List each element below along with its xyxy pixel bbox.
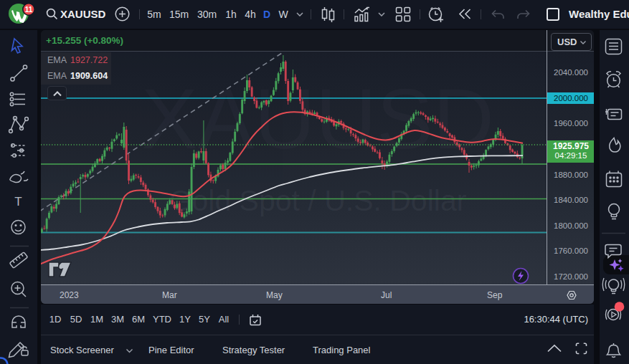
svg-text:T: T xyxy=(14,195,22,209)
svg-text:Gold Spot / U.S. Dollar: Gold Spot / U.S. Dollar xyxy=(169,184,467,217)
svg-text:11: 11 xyxy=(25,6,33,14)
